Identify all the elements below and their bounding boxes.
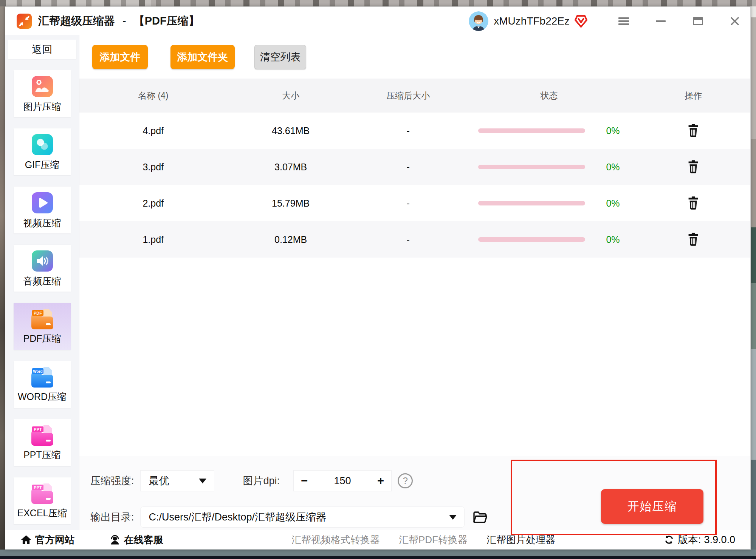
table-row: 4.pdf 43.61MB - 0% xyxy=(79,113,750,149)
compressed-size: - xyxy=(355,198,462,209)
output-dir-value: C:/Users/汇帮/Desktop/汇帮超级压缩器 xyxy=(141,510,327,524)
browse-folder-button[interactable] xyxy=(471,509,488,525)
minimize-button[interactable] xyxy=(655,15,666,27)
version-label: 版本: xyxy=(678,533,701,547)
title-separator: - xyxy=(122,15,126,27)
audio-compress-icon xyxy=(31,249,54,273)
ppt-folder-icon: PPT xyxy=(30,425,54,446)
dpi-increase-button[interactable]: + xyxy=(370,474,391,488)
sidebar-item-label: GIF压缩 xyxy=(25,159,60,171)
file-name: 3.pdf xyxy=(79,162,227,173)
image-processor-link[interactable]: 汇帮图片处理器 xyxy=(486,533,555,547)
delete-button[interactable] xyxy=(685,231,702,247)
maximize-button[interactable] xyxy=(692,15,703,27)
user-avatar[interactable] xyxy=(469,11,488,31)
sidebar-item-word-compress[interactable]: Word WORD压缩 xyxy=(14,361,71,408)
trash-icon xyxy=(686,159,700,174)
file-size: 3.07MB xyxy=(227,162,355,173)
sidebar-item-video-compress[interactable]: 视频压缩 xyxy=(14,187,71,233)
customer-service-icon xyxy=(109,534,121,545)
file-size: 0.12MB xyxy=(227,234,355,245)
progress-bar xyxy=(478,165,585,169)
chevron-down-icon xyxy=(199,479,206,483)
version-number: 3.9.0.0 xyxy=(704,534,735,546)
home-icon xyxy=(20,534,32,545)
action-cell xyxy=(636,158,750,176)
help-icon[interactable]: ? xyxy=(398,473,413,488)
status-cell: 0% xyxy=(462,125,637,136)
official-site-link[interactable]: 官方网站 xyxy=(20,533,74,547)
header-name: 名称 (4) xyxy=(79,90,227,102)
dpi-label: 图片dpi: xyxy=(243,474,280,488)
add-file-button[interactable]: 添加文件 xyxy=(92,45,148,69)
official-site-label: 官方网站 xyxy=(35,533,74,547)
hamburger-icon xyxy=(618,17,629,25)
video-converter-link[interactable]: 汇帮视频格式转换器 xyxy=(291,533,380,547)
progress-percent: 0% xyxy=(606,125,620,136)
header-size: 大小 xyxy=(227,90,355,102)
word-badge: Word xyxy=(33,369,42,373)
app-window: 汇帮超级压缩器 - 【PDF压缩】 xMUzhTFb22Ez xyxy=(5,6,751,550)
menu-button[interactable] xyxy=(618,15,629,27)
footer: 官方网站 在线客服 汇帮视频格式转换器 汇帮PDF转换器 汇帮图片处理器 版本: xyxy=(5,530,750,549)
app-logo-icon xyxy=(16,13,32,29)
output-dir-select[interactable]: C:/Users/汇帮/Desktop/汇帮超级压缩器 xyxy=(140,506,465,528)
start-compress-button[interactable]: 开始压缩 xyxy=(601,489,703,524)
status-cell: 0% xyxy=(462,198,637,209)
table-row: 2.pdf 15.79MB - 0% xyxy=(79,185,750,221)
back-button[interactable]: 返回 xyxy=(8,40,76,59)
add-folder-button[interactable]: 添加文件夹 xyxy=(170,45,235,69)
desktop-edge-bottom xyxy=(0,556,756,559)
word-folder-icon: Word xyxy=(30,366,54,388)
trash-icon xyxy=(686,232,700,246)
table-row: 1.pdf 0.12MB - 0% xyxy=(79,221,750,258)
sidebar-item-audio-compress[interactable]: 音频压缩 xyxy=(14,245,71,292)
action-cell xyxy=(636,195,750,212)
output-dir-label: 输出目录: xyxy=(90,510,134,524)
strength-label: 压缩强度: xyxy=(90,474,134,488)
sidebar-item-label: EXCEL压缩 xyxy=(17,507,67,519)
refresh-icon[interactable] xyxy=(663,534,675,545)
file-name: 2.pdf xyxy=(79,198,227,209)
progress-bar xyxy=(478,201,585,205)
desktop-wallpaper-left xyxy=(0,6,5,559)
sidebar-item-excel-compress[interactable]: PPT EXCEL压缩 xyxy=(14,477,71,524)
progress-bar xyxy=(478,237,585,242)
status-cell: 0% xyxy=(462,234,637,245)
progress-bar xyxy=(478,128,585,133)
delete-button[interactable] xyxy=(685,122,702,139)
desktop-wallpaper-right xyxy=(751,6,756,559)
online-service-link[interactable]: 在线客服 xyxy=(109,533,163,547)
clear-list-button[interactable]: 清空列表 xyxy=(254,45,306,69)
sidebar-item-ppt-compress[interactable]: PPT PPT压缩 xyxy=(14,419,71,466)
delete-button[interactable] xyxy=(685,195,702,211)
footer-links: 汇帮视频格式转换器 汇帮PDF转换器 汇帮图片处理器 xyxy=(291,533,555,547)
delete-button[interactable] xyxy=(685,158,702,175)
sidebar-item-image-compress[interactable]: 图片压缩 xyxy=(14,70,71,117)
video-compress-icon xyxy=(31,191,54,215)
action-cell xyxy=(636,231,750,249)
strength-select[interactable]: 最优 xyxy=(140,470,214,491)
chevron-down-icon xyxy=(449,515,457,520)
close-button[interactable] xyxy=(729,15,741,27)
trash-icon xyxy=(686,196,700,210)
dpi-decrease-button[interactable]: − xyxy=(294,474,315,488)
progress-percent: 0% xyxy=(606,162,620,173)
empty-list-area xyxy=(79,258,750,456)
username: xMUzhTFb22Ez xyxy=(494,15,570,27)
sidebar-item-label: PDF压缩 xyxy=(23,332,61,345)
image-compress-icon xyxy=(31,75,54,98)
pdf-converter-link[interactable]: 汇帮PDF转换器 xyxy=(399,533,468,547)
excel-badge: PPT xyxy=(34,485,42,490)
main-panel: 添加文件 添加文件夹 清空列表 名称 (4) 大小 压缩后大小 状态 操作 4.… xyxy=(79,35,750,530)
file-name: 1.pdf xyxy=(79,234,227,245)
file-size: 15.79MB xyxy=(227,198,355,209)
dpi-stepper: − 150 + xyxy=(293,470,392,491)
sidebar-item-pdf-compress[interactable]: PDF PDF压缩 xyxy=(14,303,71,350)
dpi-value[interactable]: 150 xyxy=(315,475,370,487)
sidebar-item-gif-compress[interactable]: GIF压缩 xyxy=(14,128,71,175)
titlebar-right: xMUzhTFb22Ez xyxy=(469,11,741,31)
progress-percent: 0% xyxy=(606,234,620,245)
vip-badge-icon[interactable] xyxy=(573,14,589,29)
compressed-size: - xyxy=(355,234,462,245)
